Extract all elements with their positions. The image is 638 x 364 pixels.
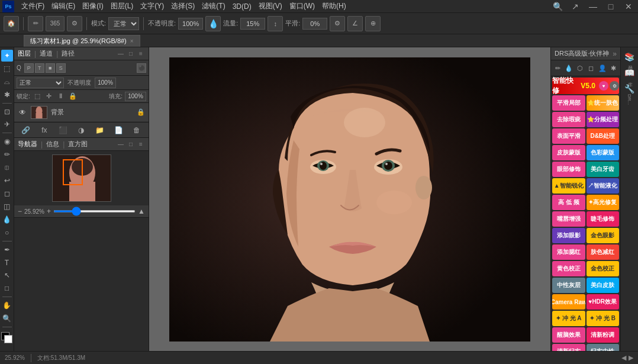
nav-minimize-btn[interactable]: — [117, 140, 125, 149]
gradient-tool[interactable]: ◫ [1, 201, 13, 212]
zoom-tool-lt[interactable]: 🔍 [1, 313, 13, 324]
angle-btn[interactable]: ∠ [347, 16, 363, 31]
surface-smooth-btn[interactable]: 表面平滑 [552, 128, 585, 144]
spot-heal-tool[interactable]: ◉ [1, 136, 13, 147]
library-btn[interactable]: 📖 库 [623, 66, 637, 80]
smart-liquify-btn[interactable]: ↗智能液化 [587, 178, 620, 194]
tab-close-btn[interactable]: × [130, 38, 134, 44]
smart-sharpen-btn[interactable]: ▲智能锐化 [552, 178, 585, 194]
dodge-tool[interactable]: ○ [1, 227, 13, 239]
add-group-btn[interactable]: 📁 [95, 125, 105, 136]
fill-input[interactable] [125, 92, 146, 101]
plugin-icon-1[interactable]: ✏ [552, 63, 563, 73]
mode-select[interactable]: 正常 [108, 17, 139, 30]
teeth-whiten-btn[interactable]: 美白牙齿 [587, 162, 620, 177]
info-tab[interactable]: 信息 [46, 140, 59, 149]
smooth-settings[interactable]: ⚙ [330, 16, 345, 31]
light-a-btn[interactable]: ✦ 冲 光 A [552, 311, 585, 326]
menu-3d[interactable]: 3D(D) [229, 1, 255, 12]
add-eyeshadow-btn[interactable]: 添加眼影 [552, 228, 585, 243]
menu-layer[interactable]: 图层(L) [107, 0, 137, 12]
layer-visibility-icon[interactable]: 👁 [18, 108, 27, 117]
symmetry-btn[interactable]: ⊕ [365, 16, 381, 31]
menu-view[interactable]: 视图(V) [255, 0, 286, 12]
lash-retouch-btn[interactable]: 睫毛修饰 [587, 211, 620, 227]
opacity-input[interactable] [178, 18, 203, 30]
menu-select[interactable]: 选择(S) [167, 0, 198, 12]
plugin-icon-2[interactable]: 💧 [563, 63, 574, 73]
unify-skin-btn[interactable]: ⭐统一肤色 [587, 95, 620, 111]
status-arrow-right[interactable]: ▶ [629, 354, 633, 362]
reduce-red-btn[interactable]: 肤色减红 [587, 244, 620, 260]
real-neutral-btn[interactable]: 纪实中性 [587, 344, 620, 351]
eye-retouch-btn[interactable]: 眼部修饰 [552, 162, 585, 177]
marquee-tool[interactable]: ⬚ [1, 63, 13, 75]
plugin-icon-3[interactable]: ⬡ [575, 63, 585, 73]
search-icon[interactable]: 🔍 [550, 0, 565, 14]
maximize-icon[interactable]: □ [604, 0, 618, 14]
layers-tab[interactable]: 图层 [18, 49, 31, 58]
panel-minimize-btn[interactable]: — [117, 50, 125, 58]
add-blush-btn[interactable]: 添加腮红 [552, 244, 585, 260]
minimize-icon[interactable]: — [586, 0, 600, 14]
menu-window[interactable]: 窗口(W) [286, 0, 318, 12]
plugin-main-header[interactable]: 智能快修 V5.0 ♥ ⚙ [552, 78, 619, 94]
share-icon[interactable]: ↗ [568, 0, 582, 14]
magic-wand-tool[interactable]: ✱ [1, 89, 13, 101]
close-icon[interactable]: ✕ [621, 0, 636, 14]
gold-correct-btn[interactable]: 金色校正 [587, 261, 620, 276]
db-process-btn[interactable]: D&B处理 [587, 128, 620, 144]
crop-tool[interactable]: ⊡ [1, 106, 13, 118]
menu-image[interactable]: 图像(I) [79, 0, 107, 12]
text-layer-icon[interactable]: T [35, 63, 44, 73]
camera-raw-btn[interactable]: Camera Raw [552, 294, 585, 310]
pixel-layer-icon[interactable]: P [24, 63, 34, 73]
menu-help[interactable]: 帮助(H) [318, 0, 350, 12]
remove-blemish-btn[interactable]: 去除瑕疵 [552, 112, 585, 127]
status-arrow-left[interactable]: ◀ [621, 354, 626, 362]
light-b-btn[interactable]: ✦ 冲 光 B [587, 311, 620, 326]
type-tool[interactable]: T [1, 257, 13, 269]
lock-pixels-btn[interactable]: ⬚ [33, 92, 42, 101]
brush-count[interactable]: 365 [46, 16, 65, 31]
zoom-fit-btn[interactable]: ▲ [138, 207, 145, 215]
eraser-tool[interactable]: ◻ [1, 188, 13, 199]
opacity-airbrush[interactable]: 💧 [205, 16, 221, 31]
learn-btn[interactable]: 📚 学习 [623, 50, 637, 65]
zoom-in-btn[interactable]: + [47, 207, 51, 215]
filter-active-icon[interactable]: ⚫ [137, 63, 146, 73]
eyedropper-tool[interactable]: ✈ [1, 119, 13, 131]
menu-filter[interactable]: 滤镜(T) [198, 0, 228, 12]
flow-input[interactable] [240, 18, 265, 30]
brush-settings[interactable]: ⚙ [67, 16, 82, 31]
high-low-freq-btn[interactable]: 高 低 频 [552, 195, 585, 210]
lock-position-btn[interactable]: ✛ [44, 92, 54, 101]
home-btn[interactable]: 🏠 [4, 16, 19, 31]
delete-layer-btn[interactable]: 🗑 [131, 125, 142, 136]
zoom-out-btn[interactable]: − [18, 207, 22, 215]
clone-stamp-tool[interactable]: ⎅ [1, 162, 13, 173]
plugin-icon-b[interactable]: ⚙ [610, 81, 619, 91]
panel-menu-btn[interactable]: ≡ [137, 50, 145, 58]
pen-tool[interactable]: ✒ [1, 244, 13, 256]
channels-tab[interactable]: 通道 [40, 49, 53, 58]
nav-expand-btn[interactable]: □ [127, 140, 135, 149]
layer-mode-select[interactable]: 正常 [17, 78, 64, 88]
color-mask-btn[interactable]: 色彩蒙版 [587, 145, 620, 160]
nav-menu-btn[interactable]: ≡ [137, 140, 145, 149]
move-tool[interactable]: ✦ [1, 50, 13, 62]
smooth-input[interactable] [302, 18, 327, 30]
add-style-btn[interactable]: fx [39, 125, 50, 136]
histogram-tab[interactable]: 直方图 [68, 140, 88, 149]
lock-artboards-btn[interactable]: Ⅱ [56, 92, 66, 101]
brush-tool-lt[interactable]: ✏ [1, 149, 13, 160]
zoom-slider[interactable] [53, 210, 136, 212]
background-color[interactable] [4, 335, 12, 343]
whiten-skin-btn[interactable]: 美白皮肤 [587, 278, 620, 293]
hand-tool[interactable]: ✋ [1, 299, 13, 311]
canvas-image[interactable] [169, 57, 530, 342]
shape-tool[interactable]: □ [1, 282, 13, 294]
add-adjustment-btn[interactable]: ◑ [76, 125, 86, 136]
plugin-icon-6[interactable]: ✱ [608, 63, 619, 73]
plugin-icon-a[interactable]: ♥ [599, 81, 608, 91]
